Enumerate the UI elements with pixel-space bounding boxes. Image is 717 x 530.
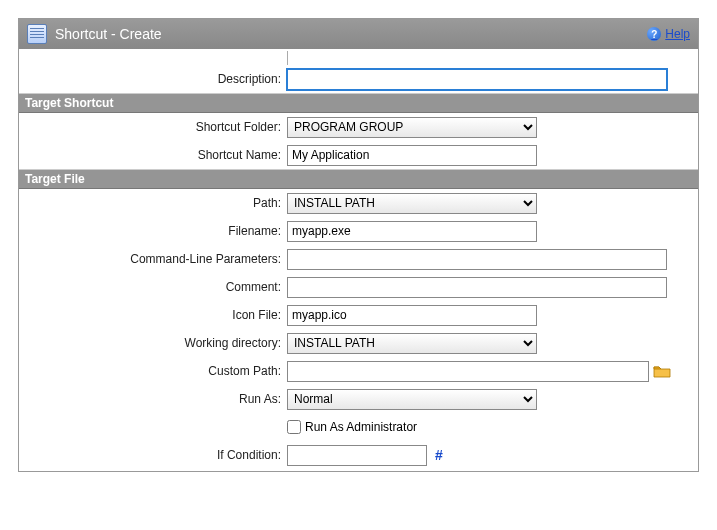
dialog-container: Shortcut - Create ? Help Description: Ta… <box>18 18 699 472</box>
shortcut-name-label: Shortcut Name: <box>25 148 287 162</box>
help-icon: ? <box>647 27 661 41</box>
run-as-admin-checkbox[interactable] <box>287 420 301 434</box>
path-label: Path: <box>25 196 287 210</box>
hash-button[interactable]: # <box>431 447 443 463</box>
top-divider <box>19 51 698 65</box>
run-as-label: Run As: <box>25 392 287 406</box>
cmd-params-input[interactable] <box>287 249 667 270</box>
working-dir-select[interactable]: INSTALL PATH <box>287 333 537 354</box>
shortcut-folder-label: Shortcut Folder: <box>25 120 287 134</box>
custom-path-label: Custom Path: <box>25 364 287 378</box>
run-as-select[interactable]: Normal <box>287 389 537 410</box>
comment-label: Comment: <box>25 280 287 294</box>
help-link[interactable]: ? Help <box>647 27 690 41</box>
path-select[interactable]: INSTALL PATH <box>287 193 537 214</box>
section-target-shortcut: Target Shortcut <box>19 93 698 113</box>
comment-input[interactable] <box>287 277 667 298</box>
run-as-admin-label: Run As Administrator <box>305 420 417 434</box>
filename-label: Filename: <box>25 224 287 238</box>
shortcut-folder-select[interactable]: PROGRAM GROUP <box>287 117 537 138</box>
if-condition-label: If Condition: <box>25 448 287 462</box>
dialog-title: Shortcut - Create <box>55 26 647 42</box>
section-target-file: Target File <box>19 169 698 189</box>
browse-folder-icon[interactable] <box>653 364 671 378</box>
icon-file-label: Icon File: <box>25 308 287 322</box>
icon-file-input[interactable] <box>287 305 537 326</box>
if-condition-input[interactable] <box>287 445 427 466</box>
custom-path-input[interactable] <box>287 361 649 382</box>
filename-input[interactable] <box>287 221 537 242</box>
description-label: Description: <box>25 72 287 86</box>
dialog-header: Shortcut - Create ? Help <box>19 19 698 49</box>
cmd-params-label: Command-Line Parameters: <box>25 252 287 266</box>
document-icon <box>27 24 47 44</box>
help-label: Help <box>665 27 690 41</box>
description-input[interactable] <box>287 69 667 90</box>
form-area: Description: Target Shortcut Shortcut Fo… <box>19 49 698 471</box>
shortcut-name-input[interactable] <box>287 145 537 166</box>
working-dir-label: Working directory: <box>25 336 287 350</box>
